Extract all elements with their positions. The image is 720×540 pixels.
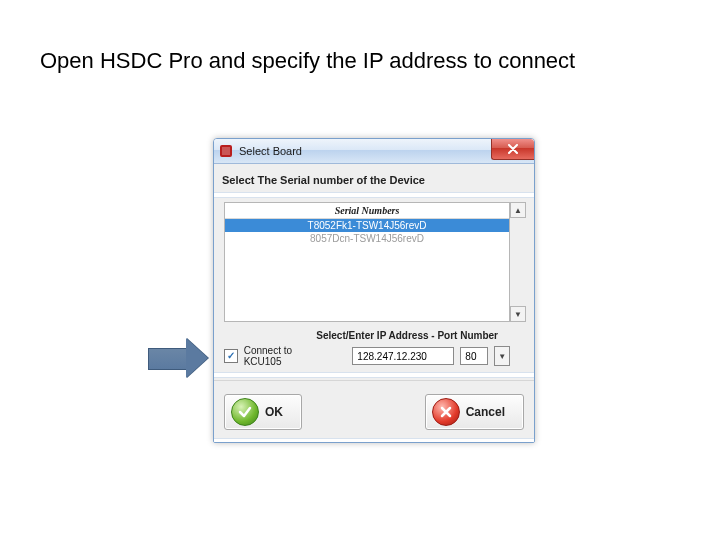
window-title: Select Board bbox=[239, 145, 302, 157]
cancel-button-label: Cancel bbox=[466, 405, 505, 419]
slide-title: Open HSDC Pro and specify the IP address… bbox=[40, 48, 575, 74]
dialog-body: Select The Serial number of the Device S… bbox=[214, 164, 534, 443]
serial-listbox[interactable]: Serial Numbers T8052Fk1-TSW14J56revD 805… bbox=[224, 202, 510, 322]
ip-address-input[interactable] bbox=[352, 347, 454, 365]
select-board-dialog: Select Board Select The Serial number of… bbox=[213, 138, 535, 443]
serial-list-header: Serial Numbers bbox=[225, 203, 509, 219]
app-icon bbox=[218, 143, 234, 159]
svg-rect-1 bbox=[222, 147, 230, 155]
divider bbox=[214, 372, 534, 378]
close-button[interactable] bbox=[491, 139, 534, 160]
cross-icon bbox=[432, 398, 460, 426]
chevron-up-icon: ▲ bbox=[514, 206, 522, 215]
chevron-down-icon: ▼ bbox=[514, 310, 522, 319]
button-bar: OK Cancel bbox=[214, 380, 534, 443]
serial-item-0[interactable]: T8052Fk1-TSW14J56revD bbox=[225, 219, 509, 232]
ok-button[interactable]: OK bbox=[224, 394, 302, 430]
serial-prompt: Select The Serial number of the Device bbox=[222, 174, 425, 186]
ok-button-label: OK bbox=[265, 405, 283, 419]
ip-dropdown-button[interactable]: ▼ bbox=[494, 346, 510, 366]
serial-listbox-container: Serial Numbers T8052Fk1-TSW14J56revD 805… bbox=[224, 202, 510, 322]
connect-row: Connect to KCU105 ▼ bbox=[224, 346, 510, 366]
scroll-down-button[interactable]: ▼ bbox=[510, 306, 526, 322]
chevron-down-icon: ▼ bbox=[498, 352, 506, 361]
divider bbox=[214, 438, 534, 443]
ip-section-label: Select/Enter IP Address - Port Number bbox=[316, 330, 498, 341]
connect-checkbox-label: Connect to KCU105 bbox=[244, 345, 331, 367]
titlebar[interactable]: Select Board bbox=[214, 139, 534, 164]
close-icon bbox=[507, 144, 519, 154]
divider bbox=[214, 192, 534, 198]
checkmark-icon bbox=[231, 398, 259, 426]
scroll-up-button[interactable]: ▲ bbox=[510, 202, 526, 218]
connect-checkbox[interactable] bbox=[224, 349, 238, 363]
cancel-button[interactable]: Cancel bbox=[425, 394, 524, 430]
port-input[interactable] bbox=[460, 347, 488, 365]
serial-item-1[interactable]: 8057Dcn-TSW14J56revD bbox=[225, 232, 509, 245]
slide: Open HSDC Pro and specify the IP address… bbox=[0, 0, 720, 540]
callout-arrow bbox=[148, 338, 208, 378]
